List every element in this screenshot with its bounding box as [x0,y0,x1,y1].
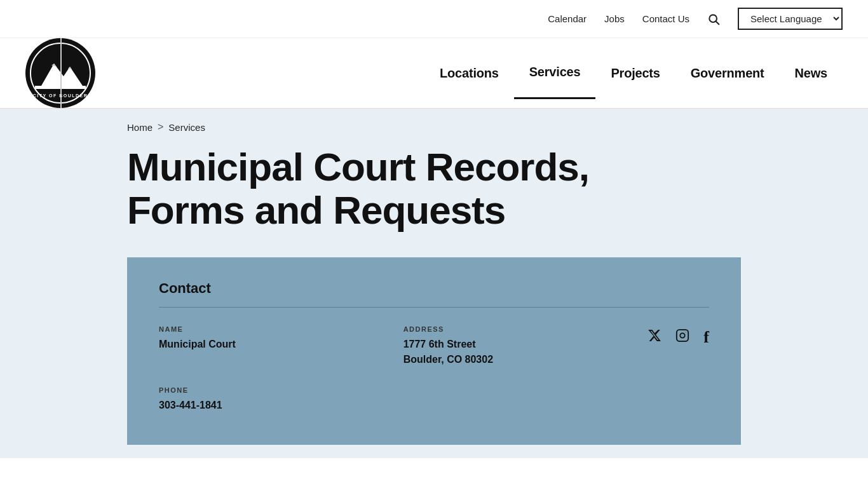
twitter-svg [648,329,661,342]
nav-news[interactable]: News [780,48,843,98]
page-title-area: Municipal Court Records, Forms and Reque… [0,139,868,257]
calendar-link[interactable]: Calendar [548,13,587,24]
social-icons: f [648,325,709,347]
contact-name-col: NAME Municipal Court [159,325,403,352]
contact-grid: NAME Municipal Court ADDRESS 1777 6th St… [159,325,709,367]
contact-card-heading: Contact [159,280,709,297]
address-line1: 1777 6th Street [403,339,476,349]
address-line2: Boulder, CO 80302 [403,354,493,365]
phone-label: PHONE [159,386,709,394]
breadcrumb: Home > Services [0,109,868,139]
jobs-link[interactable]: Jobs [604,13,625,24]
address-value: 1777 6th Street Boulder, CO 80302 [403,337,648,367]
twitter-icon[interactable] [648,329,661,346]
nav-locations[interactable]: Locations [424,48,514,98]
svg-marker-2 [41,64,83,86]
svg-line-1 [716,21,719,24]
contact-link[interactable]: Contact Us [642,13,689,24]
search-icon [707,13,720,25]
language-select[interactable]: Select Language [738,8,843,30]
address-label: ADDRESS [403,325,648,333]
main-nav: Locations Services Projects Government N… [424,47,843,99]
contact-card: Contact NAME Municipal Court ADDRESS 177… [127,257,741,445]
facebook-f: f [703,328,709,346]
nav-government[interactable]: Government [675,48,780,98]
page-title: Municipal Court Records, Forms and Reque… [127,146,699,232]
top-bar: Calendar Jobs Contact Us Select Language [0,0,868,38]
contact-address-col: ADDRESS 1777 6th Street Boulder, CO 8030… [403,325,648,367]
phone-value: 303-441-1841 [159,398,709,413]
svg-point-10 [686,332,686,333]
name-label: NAME [159,325,403,333]
search-button[interactable] [707,13,720,25]
header: CITY OF BOULDER Locations Services Proje… [0,38,868,109]
breadcrumb-current: Services [168,122,205,133]
breadcrumb-home[interactable]: Home [127,122,153,133]
svg-rect-8 [677,330,688,341]
left-border-line [60,38,62,108]
nav-projects[interactable]: Projects [595,48,675,98]
page-content: Home > Services Municipal Court Records,… [0,109,868,458]
contact-phone-row: PHONE 303-441-1841 [159,386,709,413]
contact-divider [159,307,709,308]
nav-services[interactable]: Services [514,47,596,99]
svg-point-9 [681,334,685,338]
breadcrumb-separator: > [158,121,163,133]
facebook-icon[interactable]: f [703,328,709,347]
page-wrapper: Home > Services Municipal Court Records,… [0,109,868,445]
instagram-svg [675,329,689,342]
name-value: Municipal Court [159,337,403,352]
instagram-icon[interactable] [675,329,689,346]
